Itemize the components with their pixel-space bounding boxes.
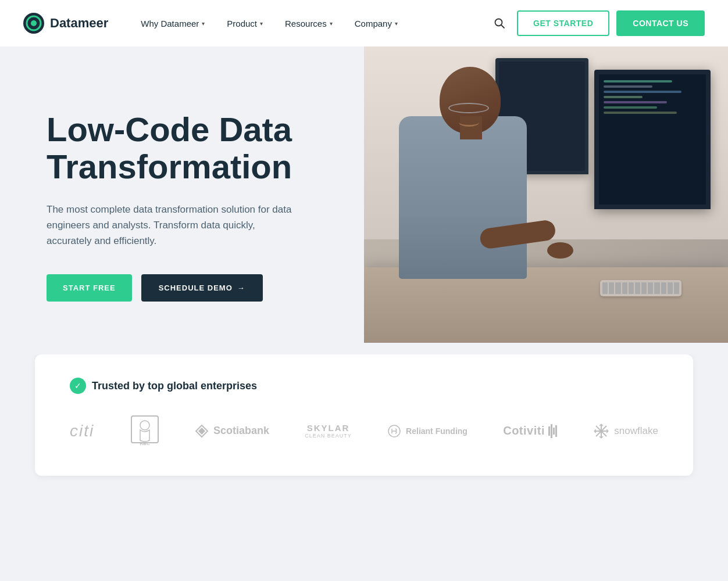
contact-us-button[interactable]: CONTACT US (616, 10, 705, 36)
logos-row: citi RBC (70, 415, 658, 447)
nav-actions: GET STARTED CONTACT US (489, 10, 705, 36)
cotiviti-bars-icon (548, 424, 558, 438)
svg-rect-10 (551, 424, 552, 438)
navigation: Datameer Why Datameer ▾ Product ▾ Resour… (0, 0, 728, 46)
rbc-logo-icon: RBC (130, 415, 159, 447)
hero-section: Low-Code Data Transformation The most co… (0, 46, 728, 354)
nav-why-datameer[interactable]: Why Datameer ▾ (131, 14, 214, 33)
svg-rect-11 (553, 428, 555, 435)
logo-skylar: SKYLAR CLEAN BEAUTY (305, 423, 352, 439)
chevron-down-icon: ▾ (260, 20, 263, 27)
logo[interactable]: Datameer (23, 13, 108, 34)
logo-icon (23, 13, 44, 34)
get-started-button[interactable]: GET STARTED (517, 10, 609, 36)
arrow-icon: → (237, 284, 245, 292)
hero-title: Low-Code Data Transformation (47, 111, 329, 185)
search-icon (494, 17, 505, 29)
svg-line-4 (501, 25, 504, 28)
start-free-button[interactable]: START FREE (47, 274, 132, 302)
svg-text:RBC: RBC (140, 441, 150, 446)
logo-rbc: RBC (130, 415, 159, 447)
trusted-header: ✓ Trusted by top global enterprises (70, 378, 658, 394)
reliant-icon (387, 424, 401, 438)
chevron-down-icon: ▾ (395, 20, 398, 27)
logo-reliant-funding: Reliant Funding (387, 424, 468, 438)
nav-product[interactable]: Product ▾ (217, 14, 272, 33)
search-button[interactable] (489, 13, 510, 34)
hero-image (364, 46, 728, 354)
logo-text: Datameer (50, 16, 108, 31)
trusted-title: Trusted by top global enterprises (92, 380, 257, 392)
snowflake-icon (593, 423, 609, 439)
svg-rect-9 (548, 426, 550, 436)
hero-buttons: START FREE SCHEDULE DEMO → (47, 274, 329, 302)
chevron-down-icon: ▾ (330, 20, 333, 27)
trusted-container: ✓ Trusted by top global enterprises citi… (35, 354, 693, 476)
scotiabank-icon (195, 424, 209, 438)
hero-content: Low-Code Data Transformation The most co… (0, 46, 364, 354)
logo-cotiviti: Cotiviti (503, 424, 558, 438)
svg-rect-12 (555, 425, 557, 437)
check-icon: ✓ (70, 378, 86, 394)
nav-links: Why Datameer ▾ Product ▾ Resources ▾ Com… (131, 14, 489, 33)
schedule-demo-button[interactable]: SCHEDULE DEMO → (141, 274, 263, 302)
svg-point-6 (140, 421, 149, 430)
logo-citi: citi (70, 422, 94, 440)
trusted-section: ✓ Trusted by top global enterprises citi… (0, 354, 728, 476)
nav-company[interactable]: Company ▾ (345, 14, 407, 33)
hero-description: The most complete data transformation so… (47, 202, 297, 249)
chevron-down-icon: ▾ (202, 20, 205, 27)
logo-snowflake: snowflake (593, 423, 658, 439)
hero-photo (364, 46, 728, 343)
logo-scotiabank: Scotiabank (195, 424, 269, 438)
nav-resources[interactable]: Resources ▾ (276, 14, 342, 33)
svg-point-2 (31, 20, 37, 26)
svg-rect-5 (131, 416, 158, 443)
